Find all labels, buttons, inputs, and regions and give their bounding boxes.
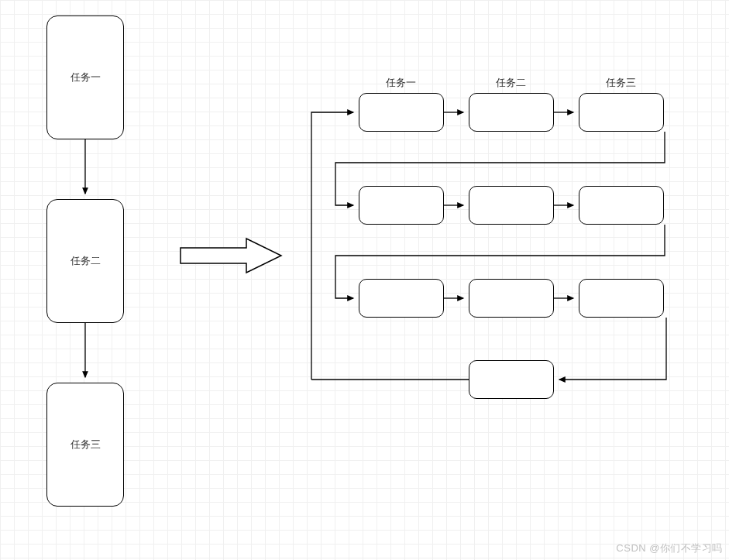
right-header-col2: 任务二 xyxy=(496,76,526,90)
left-task-1-label: 任务一 xyxy=(70,70,101,84)
loop-r3-to-r4 xyxy=(554,318,701,383)
arrow-r2-c2-c3 xyxy=(554,204,579,207)
grid-box-r2c2 xyxy=(469,186,554,225)
big-transform-arrow-icon xyxy=(177,232,285,279)
grid-box-r4 xyxy=(469,360,554,399)
left-task-3-box: 任务三 xyxy=(46,383,124,507)
loop-r4-to-start xyxy=(310,378,470,383)
left-task-2-label: 任务二 xyxy=(70,254,101,268)
arrow-task2-to-task3 xyxy=(84,323,87,383)
arrow-r3-c2-c3 xyxy=(554,297,579,300)
arrow-r2-c1-c2 xyxy=(444,204,469,207)
arrow-r3-c1-c2 xyxy=(444,297,469,300)
arrow-r1-c2-c3 xyxy=(554,111,579,114)
grid-box-r1c3 xyxy=(579,93,664,132)
left-task-2-box: 任务二 xyxy=(46,199,124,323)
grid-box-r1c1 xyxy=(359,93,444,132)
grid-box-r2c3 xyxy=(579,186,664,225)
loop-entry-to-r1 xyxy=(310,108,360,387)
left-task-1-box: 任务一 xyxy=(46,15,124,139)
right-header-col3: 任务三 xyxy=(606,76,636,90)
grid-box-r2c1 xyxy=(359,186,444,225)
grid-box-r1c2 xyxy=(469,93,554,132)
right-header-col1: 任务一 xyxy=(386,76,416,90)
arrow-r1-c1-c2 xyxy=(444,111,469,114)
left-task-3-label: 任务三 xyxy=(70,438,101,452)
grid-box-r3c2 xyxy=(469,279,554,318)
arrow-task1-to-task2 xyxy=(84,139,87,199)
watermark-text: CSDN @你们不学习吗 xyxy=(616,541,723,555)
grid-box-r3c1 xyxy=(359,279,444,318)
grid-box-r3c3 xyxy=(579,279,664,318)
